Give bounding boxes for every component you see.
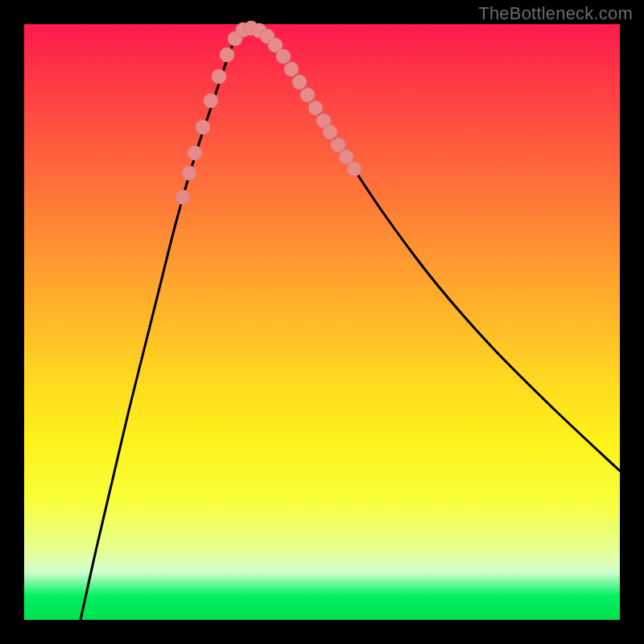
chart-frame: TheBottleneck.com bbox=[0, 0, 644, 644]
bottleneck-curve bbox=[80, 28, 620, 620]
highlight-dot bbox=[292, 75, 307, 89]
highlight-dot bbox=[188, 146, 202, 160]
highlight-dot bbox=[182, 166, 196, 180]
highlight-dot bbox=[308, 101, 323, 115]
highlight-dot bbox=[175, 190, 190, 204]
plot-area bbox=[24, 24, 620, 620]
highlight-dot bbox=[276, 49, 291, 64]
highlight-dot bbox=[300, 88, 315, 102]
highlight-dot bbox=[220, 47, 234, 62]
highlight-dot bbox=[196, 120, 210, 134]
highlight-markers bbox=[175, 21, 361, 204]
highlight-dot bbox=[347, 162, 361, 176]
highlight-dot bbox=[284, 62, 299, 76]
highlight-dot bbox=[212, 69, 226, 84]
highlight-dot bbox=[204, 93, 218, 108]
curve-svg bbox=[24, 24, 620, 620]
highlight-dot bbox=[323, 125, 337, 139]
watermark-text: TheBottleneck.com bbox=[478, 3, 633, 24]
